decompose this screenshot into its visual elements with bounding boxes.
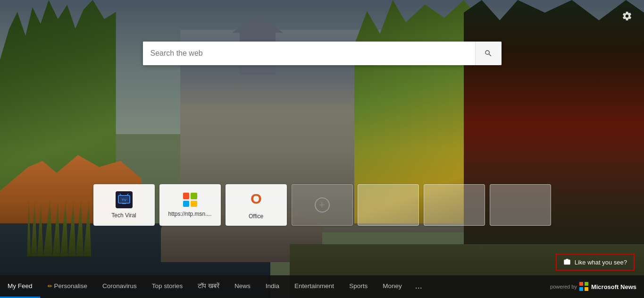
msn-sq-green bbox=[191, 193, 197, 199]
quick-links: TV Tech Viral https://ntp.msn.... O O Of… bbox=[93, 184, 551, 226]
svg-rect-5 bbox=[122, 203, 126, 204]
svg-text:O: O bbox=[251, 191, 261, 206]
quicklink-techviral[interactable]: TV Tech Viral bbox=[93, 184, 155, 226]
search-bar bbox=[143, 42, 502, 65]
microsoft-logo bbox=[579, 282, 589, 291]
search-container bbox=[143, 42, 502, 65]
like-button-label: Like what you see? bbox=[575, 259, 627, 266]
gear-icon bbox=[622, 11, 632, 21]
nav-item-hindi[interactable]: टॉप खबरें bbox=[190, 275, 227, 298]
camera-icon bbox=[563, 258, 571, 266]
ms-sq-blue bbox=[579, 287, 583, 291]
nav-item-money[interactable]: Money bbox=[375, 275, 410, 298]
nav-item-personalise[interactable]: ✏ Personalise bbox=[40, 275, 95, 298]
quicklink-add[interactable]: + bbox=[292, 184, 353, 226]
powered-by-text: powered by bbox=[550, 284, 577, 289]
quicklink-msn-label: https://ntp.msn.... bbox=[168, 211, 211, 217]
quicklink-empty-3[interactable] bbox=[490, 184, 551, 226]
nav-label-sports: Sports bbox=[349, 282, 368, 289]
nav-label-india: India bbox=[266, 282, 279, 289]
tv-icon: TV bbox=[116, 191, 133, 208]
add-icon: + bbox=[315, 197, 330, 213]
nav-item-coronavirus[interactable]: Coronavirus bbox=[95, 275, 144, 298]
nav-item-more[interactable]: ... bbox=[410, 275, 428, 298]
msn-sq-blue bbox=[183, 201, 190, 207]
nav-item-my-feed[interactable]: My Feed bbox=[0, 275, 40, 298]
like-button[interactable]: Like what you see? bbox=[556, 254, 635, 271]
nav-item-sports[interactable]: Sports bbox=[342, 275, 375, 298]
msn-sq-yellow bbox=[191, 201, 197, 207]
bottom-nav: My Feed ✏ Personalise Coronavirus Top st… bbox=[0, 275, 644, 298]
nav-item-india[interactable]: India bbox=[258, 275, 287, 298]
nav-item-news[interactable]: News bbox=[227, 275, 258, 298]
search-button[interactable] bbox=[475, 42, 502, 65]
nav-label-my-feed: My Feed bbox=[8, 282, 33, 289]
search-icon bbox=[484, 49, 493, 58]
ms-sq-green bbox=[585, 282, 588, 286]
nav-label-personalise: Personalise bbox=[54, 282, 88, 289]
nav-label-entertainment: Entertainment bbox=[294, 282, 334, 289]
microsoft-news-label: Microsoft News bbox=[591, 283, 636, 290]
ms-sq-red bbox=[579, 282, 583, 286]
quicklink-office[interactable]: O O Office bbox=[226, 184, 287, 226]
nav-label-coronavirus: Coronavirus bbox=[102, 282, 137, 289]
nav-label-top-stories: Top stories bbox=[152, 282, 183, 289]
quicklink-empty-2[interactable] bbox=[424, 184, 485, 226]
nav-items: My Feed ✏ Personalise Coronavirus Top st… bbox=[0, 275, 550, 298]
settings-button[interactable] bbox=[619, 9, 635, 24]
quicklink-msn[interactable]: https://ntp.msn.... bbox=[159, 184, 221, 226]
nav-label-money: Money bbox=[383, 282, 402, 289]
svg-text:TV: TV bbox=[121, 198, 126, 202]
msn-sq-red bbox=[183, 193, 190, 199]
office-icon: O O bbox=[248, 190, 265, 209]
search-input[interactable] bbox=[143, 42, 475, 65]
quicklink-empty-1[interactable] bbox=[358, 184, 419, 226]
pencil-icon: ✏ bbox=[48, 283, 52, 289]
nav-label-news: News bbox=[234, 282, 251, 289]
powered-by: powered by Microsoft News bbox=[550, 282, 644, 291]
ms-sq-yellow bbox=[585, 287, 588, 291]
msn-icon bbox=[183, 193, 197, 207]
quicklink-techviral-label: Tech Viral bbox=[111, 212, 136, 219]
quicklink-office-label: Office bbox=[249, 213, 263, 220]
nav-item-top-stories[interactable]: Top stories bbox=[144, 275, 190, 298]
nav-label-hindi: टॉप खबरें bbox=[198, 282, 219, 290]
nav-label-more: ... bbox=[415, 281, 422, 291]
office-icon-svg: O O bbox=[248, 190, 265, 207]
nav-item-entertainment[interactable]: Entertainment bbox=[287, 275, 342, 298]
techviral-icon: TV bbox=[116, 191, 133, 208]
